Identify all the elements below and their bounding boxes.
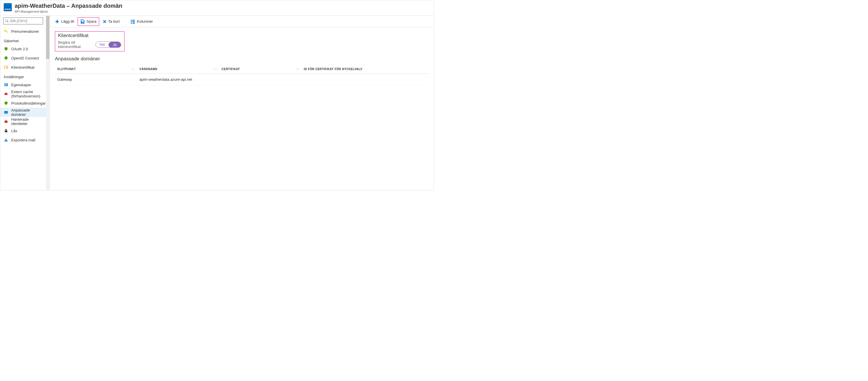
cell-hostname: apim-weatherdata.azure-api.net: [137, 74, 219, 85]
page-title: apim-WeatherData – Anpassade domän: [15, 3, 122, 9]
svg-rect-18: [132, 20, 135, 21]
sidebar-group-security: Säkerhet: [0, 36, 46, 44]
sidebar-item-label: Extern cache (förhandsversion): [11, 90, 42, 98]
svg-rect-15: [131, 20, 132, 21]
sidebar-item-subscriptions[interactable]: Prenumerationer: [0, 27, 46, 36]
svg-text:www: www: [5, 112, 7, 114]
add-button[interactable]: Lägg till: [53, 17, 76, 26]
client-certificate-section: Klientcertifikat Begära ett klientcertif…: [55, 31, 124, 52]
svg-rect-12: [5, 130, 7, 132]
sidebar-item-client-certs[interactable]: Klientcertifikat: [0, 63, 46, 72]
cell-kv-cert-id: [302, 74, 429, 85]
svg-rect-13: [5, 140, 8, 141]
sidebar-item-label: Exportera mall: [11, 138, 35, 142]
lock-icon: [4, 128, 8, 133]
svg-rect-6: [6, 83, 7, 87]
toggle-option-yes[interactable]: Ja: [108, 42, 121, 48]
svg-rect-17: [131, 23, 132, 24]
cell-endpoint: Gateway: [55, 74, 137, 85]
save-icon: [80, 19, 85, 24]
svg-point-0: [6, 20, 8, 22]
sidebar-item-label: OAuth 2.0: [11, 47, 28, 51]
client-cert-toggle[interactable]: Nej Ja: [95, 41, 121, 48]
columns-button[interactable]: Kolumner: [128, 17, 155, 26]
sort-icon: ↑↓: [214, 67, 217, 71]
sidebar-item-oauth[interactable]: OAuth 2.0: [0, 44, 46, 54]
properties-icon: [4, 83, 8, 87]
sidebar-item-label: Anpassade domäner: [11, 108, 42, 117]
export-icon: [4, 138, 8, 142]
shield-icon: [4, 56, 8, 60]
page-header: www apim-WeatherData – Anpassade domän A…: [0, 0, 434, 16]
shield-icon: [4, 101, 8, 105]
certificate-icon: [4, 65, 8, 69]
table-row[interactable]: Gateway apim-weatherdata.azure-api.net: [55, 74, 429, 85]
identity-icon: [4, 119, 8, 124]
sidebar-item-protocol-settings[interactable]: Protokollinställningar: [0, 99, 46, 108]
sidebar-item-managed-identities[interactable]: Hanterade identiteter: [0, 117, 46, 126]
plus-icon: [55, 19, 60, 24]
column-header-hostname[interactable]: VÄRDNAMN↑↓: [137, 65, 219, 74]
svg-line-1: [7, 22, 8, 23]
svg-rect-14: [82, 22, 83, 23]
columns-icon: [130, 20, 135, 24]
sidebar-item-external-cache[interactable]: Extern cache (förhandsversion): [0, 89, 46, 99]
cell-certificate: [219, 74, 302, 85]
custom-domains-title: Anpassade domäner: [55, 56, 429, 62]
sidebar-item-label: Klientcertifikat: [11, 65, 34, 69]
svg-rect-16: [131, 21, 132, 22]
sidebar-item-custom-domains[interactable]: www Anpassade domäner: [0, 108, 46, 117]
delete-button[interactable]: Ta bort: [100, 17, 122, 26]
client-cert-label: Begära ett klientcertifikat: [58, 40, 95, 49]
page-subtitle: API Management-tjänst: [15, 10, 122, 13]
column-header-certificate[interactable]: CERTIFIKAT↑↓: [219, 65, 302, 74]
sidebar-item-export-template[interactable]: Exportera mall: [0, 135, 46, 145]
resource-icon: www: [4, 3, 12, 11]
svg-point-4: [6, 67, 7, 68]
sidebar-item-label: Prenumerationer: [11, 29, 39, 34]
svg-rect-7: [7, 83, 8, 87]
svg-rect-5: [5, 83, 5, 87]
sidebar-scrollbar[interactable]: [46, 16, 50, 190]
key-icon: [4, 29, 8, 34]
sidebar-item-label: Protokollinställningar: [11, 101, 46, 105]
sidebar: « Prenumerationer Säkerhet OAuth 2.0: [0, 16, 46, 190]
search-icon: [5, 19, 9, 23]
custom-domains-table: SLUTPUNKT↑↓ VÄRDNAMN↑↓ CERTIFIKAT↑↓ ID F…: [55, 65, 429, 85]
delete-icon: [103, 20, 106, 24]
sort-icon: ↑↓: [132, 67, 135, 71]
sidebar-item-properties[interactable]: Egenskaper: [0, 80, 46, 89]
toggle-option-no[interactable]: Nej: [96, 42, 108, 47]
www-icon: www: [4, 110, 8, 115]
client-cert-title: Klientcertifikat: [58, 33, 121, 38]
sidebar-item-label: Lås: [11, 129, 17, 133]
sidebar-item-label: Hanterade identiteter: [11, 117, 42, 126]
cache-icon: [4, 92, 8, 96]
sidebar-group-settings: Inställningar: [0, 72, 46, 80]
sidebar-search-input[interactable]: [10, 19, 41, 23]
svg-rect-10: [5, 121, 8, 123]
sidebar-search[interactable]: [3, 18, 43, 24]
sidebar-item-openid[interactable]: OpenID Connect: [0, 54, 46, 63]
svg-rect-19: [132, 21, 135, 22]
sort-icon: ↑↓: [296, 67, 299, 71]
save-button[interactable]: Spara: [78, 17, 99, 26]
column-header-kv-cert-id[interactable]: ID FÖR CERTIFIKAT FÖR NYCKELVALV: [302, 65, 429, 74]
sidebar-item-label: OpenID Connect: [11, 56, 39, 60]
svg-rect-11: [5, 120, 7, 121]
svg-rect-20: [132, 23, 135, 24]
column-header-endpoint[interactable]: SLUTPUNKT↑↓: [55, 65, 137, 74]
toolbar: Lägg till Spara Ta bort Kolumner: [50, 16, 434, 27]
shield-icon: [4, 46, 8, 51]
sidebar-item-label: Egenskaper: [11, 83, 31, 87]
sidebar-item-locks[interactable]: Lås: [0, 126, 46, 135]
